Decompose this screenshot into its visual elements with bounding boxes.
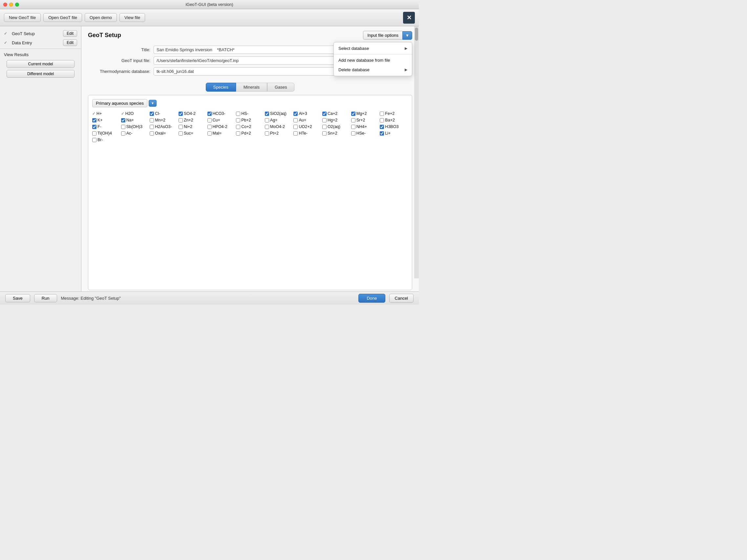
checkbox-hse-minus[interactable]	[351, 131, 356, 135]
checkbox-hco3-minus[interactable]	[207, 111, 212, 116]
species-h3bo3: H3BO3	[380, 124, 408, 129]
checkbox-pd2[interactable]	[236, 131, 240, 135]
species-suc: Suc=	[179, 131, 207, 135]
toolbar: New GeoT file Open GeoT file Open demo V…	[0, 9, 419, 26]
species-zn2: Zn+2	[179, 118, 207, 123]
chevron-right-icon: ▶	[405, 46, 407, 51]
species-dropdown-arrow[interactable]: ▼	[149, 100, 157, 107]
tab-minerals[interactable]: Minerals	[236, 83, 267, 92]
checkbox-moo4-2[interactable]	[265, 125, 269, 129]
input-file-options-arrow[interactable]: ▼	[403, 31, 412, 40]
open-geot-file-button[interactable]: Open GeoT file	[43, 13, 82, 22]
sidebar-item-geot-setup: ✓ GeoT Setup Edit	[0, 29, 81, 38]
checkbox-tioh4[interactable]	[92, 131, 97, 135]
species-hse-minus: HSe-	[351, 131, 379, 135]
checkbox-o2aq[interactable]	[322, 125, 327, 129]
checkbox-li-plus[interactable]	[380, 131, 384, 135]
geot-setup-edit-button[interactable]: Edit	[63, 30, 77, 37]
checkbox-h3bo3[interactable]	[380, 125, 384, 129]
checkbox-fe2[interactable]	[380, 111, 384, 116]
tab-gases[interactable]: Gases	[267, 83, 295, 92]
checkbox-ni2[interactable]	[179, 125, 183, 129]
checkbox-ba2[interactable]	[380, 118, 384, 123]
species-mn2: Mn+2	[150, 118, 178, 123]
run-button[interactable]: Run	[34, 294, 57, 302]
checkbox-au-plus[interactable]	[293, 118, 298, 123]
checkbox-cl-minus[interactable]	[150, 111, 154, 116]
checkbox-uo2-2[interactable]	[293, 125, 298, 129]
species-o2aq: O2(aq)	[322, 124, 351, 129]
view-file-button[interactable]: View file	[120, 13, 145, 22]
thermo-db-input[interactable]	[154, 67, 362, 76]
checkbox-al3[interactable]	[293, 111, 298, 116]
done-button[interactable]: Done	[358, 294, 385, 303]
maximize-button[interactable]	[15, 3, 19, 6]
checkbox-br-minus[interactable]	[92, 138, 97, 142]
checkbox-f-minus[interactable]	[92, 125, 97, 129]
species-h-plus: ✓ H+	[92, 111, 121, 116]
checkbox-mal[interactable]	[207, 131, 212, 135]
species-co2: Co+2	[236, 124, 264, 129]
save-button[interactable]: Save	[5, 294, 30, 302]
dropdown-delete-database[interactable]: Delete database ▶	[334, 65, 412, 75]
checkbox-zn2[interactable]	[179, 118, 183, 123]
species-so4-2: SO4-2	[179, 111, 207, 116]
chevron-right-icon-2: ▶	[405, 68, 407, 72]
species-na-plus: Na+	[121, 118, 149, 123]
species-hg2: Hg+2	[322, 118, 351, 123]
checkbox-sn2[interactable]	[322, 131, 327, 135]
tab-species[interactable]: Species	[206, 83, 236, 92]
scrollbar-thumb[interactable]	[415, 28, 418, 41]
species-nh4-plus: NH4+	[351, 124, 379, 129]
checkbox-mn2[interactable]	[150, 118, 154, 123]
checkbox-h2aso3-minus[interactable]	[150, 125, 154, 129]
checkbox-hte-minus[interactable]	[293, 131, 298, 135]
species-ca2: Ca+2	[322, 111, 351, 116]
checkbox-hg2[interactable]	[322, 118, 327, 123]
species-hpo4-2: HPO4-2	[207, 124, 236, 129]
thermo-db-label: Thermodynamic database:	[88, 69, 154, 74]
species-pb2: Pb+2	[236, 118, 264, 123]
checkbox-na-plus[interactable]	[121, 118, 125, 123]
different-model-button[interactable]: Different model	[6, 70, 75, 78]
cancel-button[interactable]: Cancel	[389, 294, 414, 303]
species-checkboxes-grid: ✓ H+ ✓ H2O Cl- SO4-2 HCO3-	[92, 111, 408, 142]
checkbox-co2[interactable]	[236, 125, 240, 129]
checkbox-nh4-plus[interactable]	[351, 125, 356, 129]
new-geot-file-button[interactable]: New GeoT file	[4, 13, 41, 22]
checkbox-pt2[interactable]	[265, 131, 269, 135]
checkbox-oxal[interactable]	[150, 131, 154, 135]
scrollbar[interactable]	[414, 26, 419, 278]
species-cl-minus: Cl-	[150, 111, 178, 116]
input-file-options-container: Input file options ▼	[363, 31, 412, 40]
close-x-button[interactable]: ✕	[403, 12, 415, 24]
primary-aqueous-species-button[interactable]: Primary aqueous species	[92, 99, 147, 107]
input-file-options-button[interactable]: Input file options	[363, 31, 403, 40]
species-au-plus: Au+	[293, 118, 321, 123]
checkbox-sio2aq[interactable]	[265, 111, 269, 116]
species-sboh3: Sb(OH)3	[121, 124, 149, 129]
data-entry-edit-button[interactable]: Edit	[63, 40, 77, 46]
checkbox-hs-minus[interactable]	[236, 111, 240, 116]
checkbox-ca2[interactable]	[322, 111, 327, 116]
open-demo-button[interactable]: Open demo	[85, 13, 117, 22]
minimize-button[interactable]	[9, 3, 13, 6]
species-br-minus: Br-	[92, 137, 121, 142]
checkbox-mg2[interactable]	[351, 111, 356, 116]
checkbox-ag-plus[interactable]	[265, 118, 269, 123]
checkbox-pb2[interactable]	[236, 118, 240, 123]
checkbox-sr2[interactable]	[351, 118, 356, 123]
species-hs-minus: HS-	[236, 111, 264, 116]
close-button[interactable]	[3, 3, 7, 6]
current-model-button[interactable]: Current model	[6, 60, 75, 68]
checkbox-so4-2[interactable]	[179, 111, 183, 116]
checkbox-suc[interactable]	[179, 131, 183, 135]
window-title: iGeoT-GUI (beta version)	[185, 2, 233, 7]
checkbox-k-plus[interactable]	[92, 118, 97, 123]
checkbox-sboh3[interactable]	[121, 125, 125, 129]
dropdown-add-database[interactable]: Add new database from file	[334, 55, 412, 65]
checkbox-ac-minus[interactable]	[121, 131, 125, 135]
checkbox-hpo4-2[interactable]	[207, 125, 212, 129]
checkbox-cu-plus[interactable]	[207, 118, 212, 123]
dropdown-select-database[interactable]: Select database ▶	[334, 44, 412, 53]
